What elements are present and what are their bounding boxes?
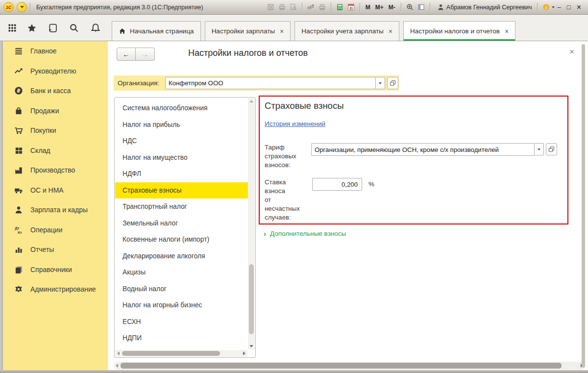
section-item[interactable]: Декларирование алкоголя: [115, 248, 248, 265]
list-vertical-scrollbar[interactable]: [248, 98, 255, 349]
scrollbar-thumb[interactable]: [249, 264, 254, 335]
zoom-icon[interactable]: [406, 3, 414, 11]
memory-recall-button[interactable]: M: [366, 4, 370, 11]
section-item[interactable]: Земельный налог: [115, 215, 248, 232]
section-item[interactable]: Косвенные налоги (импорт): [115, 231, 248, 248]
main-menu-button[interactable]: [17, 2, 27, 12]
tab-close-icon[interactable]: ×: [389, 28, 392, 35]
sidebar-item-fixed-assets[interactable]: ОС и НМА: [3, 180, 108, 200]
nav-buttons: ← →: [117, 48, 155, 61]
additional-contributions-link[interactable]: › Дополнительные взносы: [264, 229, 346, 238]
tab-taxes-reports-settings[interactable]: Настройки налогов и отчетов ×: [403, 21, 515, 41]
section-item[interactable]: ЕСХН: [115, 314, 248, 330]
memory-plus-button[interactable]: M+: [375, 4, 384, 11]
section-item[interactable]: НДФЛ: [115, 166, 248, 182]
section-item[interactable]: НДПИ: [115, 330, 248, 347]
section-item[interactable]: НДС: [115, 133, 248, 149]
tab-home[interactable]: Начальная страница: [112, 21, 201, 41]
scroll-down-icon[interactable]: [249, 345, 253, 348]
section-item[interactable]: Налог на игорный бизнес: [115, 297, 248, 314]
info-icon[interactable]: i: [542, 3, 550, 11]
scroll-up-icon[interactable]: [249, 100, 253, 102]
tariff-input[interactable]: [311, 143, 535, 156]
sidebar-item-operations[interactable]: ДтКт Операции: [3, 220, 108, 240]
maximize-button[interactable]: □: [567, 4, 571, 10]
tab-close-icon[interactable]: ×: [280, 28, 284, 35]
list-horizontal-scrollbar[interactable]: [115, 350, 247, 357]
sidebar-item-bank-cash[interactable]: ₽ Банк и касса: [3, 81, 108, 101]
content-vertical-scrollbar[interactable]: [582, 44, 585, 368]
scroll-left-icon[interactable]: [116, 364, 118, 368]
sidebar-item-administration[interactable]: Администрирование: [3, 279, 108, 299]
favorites-star-icon[interactable]: [26, 23, 37, 33]
back-button[interactable]: ←: [117, 48, 136, 61]
print-icon[interactable]: [278, 3, 286, 11]
tariff-dropdown-button[interactable]: [535, 143, 544, 155]
tariff-open-list-button[interactable]: [546, 143, 557, 155]
print-preview-icon[interactable]: [289, 3, 297, 11]
organization-open-list-button[interactable]: [387, 77, 398, 89]
sidebar-item-production[interactable]: Производство: [3, 160, 108, 180]
quick-print-icon[interactable]: [318, 3, 326, 11]
sidebar: Главное Руководителю ₽ Банк и касса Прод…: [3, 41, 108, 370]
section-item[interactable]: Транспортный налог: [115, 199, 248, 215]
scroll-right-icon[interactable]: [243, 351, 245, 355]
notifications-bell-icon[interactable]: [90, 23, 101, 33]
section-item[interactable]: Система налогообложения: [115, 100, 248, 117]
sidebar-item-sales[interactable]: Продажи: [3, 101, 108, 121]
divider: [537, 3, 538, 11]
sidebar-item-directories[interactable]: Справочники: [3, 260, 108, 280]
chevron-down-icon: [538, 149, 540, 150]
tab-close-icon[interactable]: ×: [505, 28, 509, 35]
apps-grid-icon[interactable]: [7, 23, 18, 33]
search-icon[interactable]: [69, 23, 79, 33]
truck-icon: [14, 185, 24, 195]
history-icon[interactable]: [48, 23, 58, 33]
window-title: Бухгалтерия предприятия, редакция 3.0 (1…: [36, 4, 203, 11]
home-icon: [119, 27, 126, 35]
sidebar-item-label: Отчеты: [30, 246, 54, 253]
onec-logo[interactable]: 1С: [3, 2, 14, 12]
tab-salary-accounting-settings[interactable]: Настройки учета зарплаты ×: [294, 21, 399, 41]
chevron-down-icon[interactable]: [552, 6, 555, 8]
sidebar-item-main[interactable]: Главное: [3, 41, 108, 61]
sidebar-item-label: Зарплата и кадры: [30, 206, 88, 214]
page-close-icon[interactable]: ×: [569, 47, 574, 57]
minimize-button[interactable]: –: [558, 4, 561, 10]
window-edge: [0, 370, 588, 373]
section-item[interactable]: Налог на прибыль: [115, 117, 248, 133]
accident-rate-label: Ставка взноса от несчастных случаев:: [265, 178, 308, 222]
window-close-button[interactable]: ×: [577, 3, 581, 11]
scrollbar-thumb[interactable]: [121, 363, 562, 369]
organization-input[interactable]: [165, 77, 376, 89]
organization-dropdown-button[interactable]: [376, 77, 385, 89]
person-icon: [14, 205, 24, 215]
sidebar-item-label: Администрирование: [30, 285, 96, 293]
calendar-icon[interactable]: 31: [347, 3, 355, 11]
panels-icon[interactable]: [417, 3, 425, 11]
save-icon[interactable]: [267, 3, 275, 11]
memory-minus-button[interactable]: M-: [389, 4, 395, 11]
sidebar-item-purchases[interactable]: Покупки: [3, 121, 108, 141]
get-link-icon[interactable]: +: [307, 3, 315, 11]
scroll-left-icon[interactable]: [117, 351, 120, 355]
section-item[interactable]: Водный налог: [115, 281, 248, 298]
additional-contributions-label: Дополнительные взносы: [270, 230, 346, 237]
sidebar-item-reports[interactable]: Отчеты: [3, 240, 108, 260]
current-user[interactable]: Абрамов Геннадий Сергеевич: [435, 3, 532, 11]
sidebar-item-manager[interactable]: Руководителю: [3, 61, 108, 81]
calculator-icon[interactable]: [336, 3, 344, 11]
tab-salary-settings[interactable]: Настройки зарплаты ×: [205, 21, 291, 41]
section-item-selected[interactable]: Страховые взносы: [115, 182, 248, 199]
sidebar-item-label: Справочники: [30, 266, 72, 274]
section-item[interactable]: Акцизы: [115, 264, 248, 281]
section-item[interactable]: Налог на имущество: [115, 149, 248, 166]
sidebar-item-warehouse[interactable]: Склад: [3, 141, 108, 161]
accident-rate-input[interactable]: [312, 178, 362, 191]
organization-label: Организация:: [118, 79, 159, 87]
history-link[interactable]: История изменений: [265, 120, 325, 127]
forward-button[interactable]: →: [136, 48, 155, 61]
content-horizontal-scrollbar[interactable]: [114, 362, 585, 370]
sidebar-item-salary-hr[interactable]: Зарплата и кадры: [3, 200, 108, 220]
scrollbar-thumb[interactable]: [122, 351, 220, 356]
